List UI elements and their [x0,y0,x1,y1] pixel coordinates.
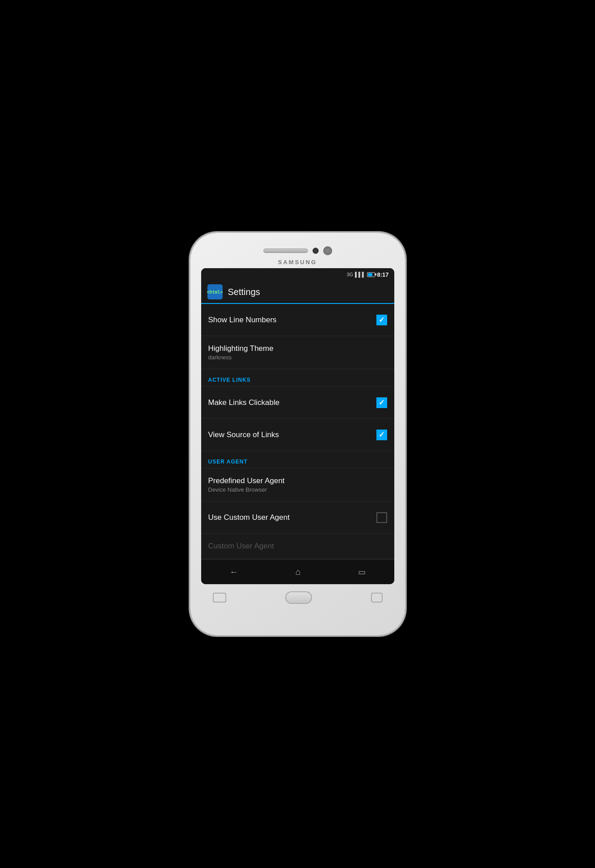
app-title: Settings [228,287,260,297]
settings-list: Show Line Numbers Highlighting Theme dar… [201,304,394,559]
show-line-numbers-title: Show Line Numbers [208,316,376,324]
highlighting-theme-title: Highlighting Theme [208,344,387,353]
use-custom-user-agent-item[interactable]: Use Custom User Agent [201,501,394,534]
phone-top [199,242,396,259]
predefined-user-agent-title: Predefined User Agent [208,476,387,485]
menu-button[interactable] [213,593,226,603]
back-button[interactable]: ← [220,563,247,581]
user-agent-header: USER AGENT [201,451,394,468]
signal-bars: ▌▌▌ [355,272,365,277]
predefined-user-agent-text: Predefined User Agent Device Native Brow… [208,476,387,493]
speaker [263,249,308,253]
status-bar: 3G ▌▌▌ 8:17 [201,268,394,281]
app-icon-text: <html> [207,290,223,295]
network-indicator: 3G [346,272,353,277]
physical-home-button[interactable] [285,591,312,604]
battery-icon [367,272,375,277]
battery-fill [368,273,372,276]
highlighting-theme-text: Highlighting Theme darkness [208,344,387,361]
make-links-clickable-checkbox[interactable] [376,397,387,408]
show-line-numbers-checkbox[interactable] [376,315,387,325]
app-bar: <html> Settings [201,281,394,304]
show-line-numbers-text: Show Line Numbers [208,316,376,324]
show-line-numbers-item[interactable]: Show Line Numbers [201,304,394,336]
use-custom-user-agent-checkbox[interactable] [376,512,387,523]
make-links-clickable-item[interactable]: Make Links Clickable [201,387,394,419]
phone-frame: SAMSUNG 3G ▌▌▌ 8:17 <html> Setti [190,233,405,635]
predefined-user-agent-subtitle: Device Native Browser [208,486,387,493]
phone-bottom [199,584,396,608]
recents-button[interactable]: ▭ [349,564,375,581]
view-source-of-links-item[interactable]: View Source of Links [201,419,394,451]
custom-user-agent-placeholder[interactable]: Custom User Agent [208,542,274,550]
camera [312,248,319,254]
nav-bar: ← ⌂ ▭ [201,559,394,584]
view-source-of-links-text: View Source of Links [208,430,376,439]
use-custom-user-agent-title: Use Custom User Agent [208,513,376,522]
home-button[interactable]: ⌂ [287,563,310,581]
time-display: 8:17 [377,271,388,278]
app-icon: <html> [207,284,223,299]
view-source-of-links-checkbox[interactable] [376,430,387,440]
user-agent-label: USER AGENT [208,459,248,465]
predefined-user-agent-item[interactable]: Predefined User Agent Device Native Brow… [201,468,394,501]
highlighting-theme-subtitle: darkness [208,354,387,361]
make-links-clickable-text: Make Links Clickable [208,398,376,407]
highlighting-theme-item[interactable]: Highlighting Theme darkness [201,336,394,369]
active-links-label: ACTIVE LINKS [208,377,251,383]
make-links-clickable-title: Make Links Clickable [208,398,376,407]
use-custom-user-agent-text: Use Custom User Agent [208,513,376,522]
view-source-of-links-title: View Source of Links [208,430,376,439]
status-icons: 3G ▌▌▌ 8:17 [346,271,388,278]
custom-user-agent-input-row[interactable]: Custom User Agent [201,534,394,559]
physical-back-button[interactable] [371,593,383,603]
brand-label: SAMSUNG [199,259,396,268]
screen: 3G ▌▌▌ 8:17 <html> Settings [201,268,394,584]
flash [323,246,332,255]
active-links-header: ACTIVE LINKS [201,369,394,387]
